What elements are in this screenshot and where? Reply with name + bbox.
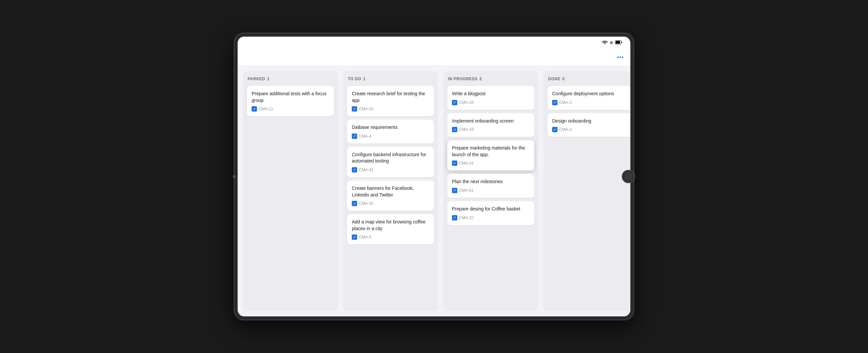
card-ticket-id: CMA-41	[359, 168, 373, 172]
card-checkbox-icon	[452, 160, 457, 166]
column-todo: TO DO1Create research brief for testing …	[343, 71, 438, 311]
card-id-row: CMA-31	[352, 201, 429, 206]
card-ticket-id: CMA-33	[459, 100, 474, 105]
column-count-parked: 1	[267, 77, 270, 81]
column-title-done: DONE	[548, 77, 560, 81]
card-card-cma-11[interactable]: Prepare additional tests with a focus gr…	[247, 86, 334, 116]
card-card-cma-4[interactable]: Datbase requirementsCMA-4	[347, 120, 434, 144]
column-title-todo: TO DO	[348, 77, 361, 81]
card-ticket-id: CMA-41	[459, 161, 474, 166]
battery-icon	[615, 40, 622, 45]
card-ticket-id: CMA-3	[559, 100, 571, 105]
status-bar: ⊕	[238, 37, 630, 49]
location-icon: ⊕	[610, 40, 613, 45]
card-title: Prepare desing for Coffee basket	[452, 206, 529, 212]
card-card-cma-41-marketing[interactable]: Prepare marketing materials for the laun…	[447, 140, 534, 171]
card-title: Prepare marketing materials for the laun…	[452, 145, 529, 158]
svg-rect-1	[616, 41, 620, 43]
card-checkbox-icon	[352, 167, 357, 173]
column-header-todo: TO DO1	[347, 75, 434, 83]
card-title: Design onboarding	[552, 118, 630, 124]
card-card-cma-3-design[interactable]: Design onboardingCMA-3	[548, 113, 630, 137]
card-checkbox-icon	[552, 127, 557, 132]
card-ticket-id: CMA-61	[459, 188, 474, 193]
card-checkbox-icon	[352, 106, 357, 112]
card-ticket-id: CMA-3	[559, 127, 571, 132]
card-checkbox-icon	[452, 100, 457, 105]
card-card-cma-22[interactable]: Prepare desing for Coffee basketCMA-22	[447, 201, 534, 225]
card-id-row: CMA-41	[352, 167, 429, 173]
card-ticket-id: CMA-31	[359, 201, 373, 206]
card-ticket-id: CMA-11	[258, 107, 273, 111]
card-checkbox-icon	[452, 215, 457, 220]
card-card-cma-41[interactable]: Configure backend infrastructure for aut…	[347, 147, 434, 177]
card-id-row: CMA-4	[352, 134, 429, 139]
card-id-row: CMA-15	[352, 106, 429, 112]
card-card-cma-61[interactable]: Plan the next milestonesCMA-61	[447, 174, 534, 198]
card-title: Implement onboarding screen	[452, 118, 529, 124]
column-header-in-progress: IN PROGRESS2	[447, 75, 534, 83]
column-done: DONE0Configure deployment optionsCMA-3De…	[544, 71, 630, 311]
card-checkbox-icon	[452, 127, 457, 132]
home-button[interactable]	[622, 170, 635, 183]
card-card-cma-33[interactable]: Write a blogpostCMA-33	[447, 86, 534, 110]
column-in-progress: IN PROGRESS2Write a blogpostCMA-33Implem…	[443, 71, 538, 311]
card-id-row: CMA-5	[352, 234, 429, 240]
card-checkbox-icon	[352, 201, 357, 206]
card-id-row: CMA-61	[452, 188, 529, 193]
card-id-row: CMA-41	[452, 160, 529, 166]
column-title-in-progress: IN PROGRESS	[448, 77, 477, 81]
wifi-icon	[602, 40, 608, 45]
card-title: Create research brief for testing the ap…	[352, 91, 429, 104]
card-checkbox-icon	[552, 100, 557, 105]
card-checkbox-icon	[452, 188, 457, 193]
card-title: Configure backend infrastructure for aut…	[352, 151, 429, 165]
card-id-row: CMA-3	[552, 100, 630, 105]
card-title: Add a map view for browsing coffee place…	[352, 219, 429, 232]
card-title: Datbase requirements	[352, 124, 429, 131]
card-ticket-id: CMA-22	[459, 215, 474, 220]
card-title: Create banners for Facebook, Linkedin an…	[352, 185, 429, 198]
card-title: Configure deployment options	[552, 91, 630, 97]
column-count-todo: 1	[363, 77, 366, 81]
card-id-row: CMA-18	[452, 127, 529, 132]
more-button[interactable]: •••	[617, 54, 624, 60]
card-id-row: CMA-11	[252, 106, 329, 112]
card-ticket-id: CMA-5	[359, 235, 371, 239]
card-card-cma-15[interactable]: Create research brief for testing the ap…	[347, 86, 434, 116]
card-title: Prepare additional tests with a focus gr…	[252, 91, 329, 104]
camera-bump	[233, 175, 236, 178]
board-container: PARKED1Prepare additional tests with a f…	[238, 66, 630, 316]
card-title: Plan the next milestones	[452, 178, 529, 185]
column-title-parked: PARKED	[248, 77, 265, 81]
ipad-screen: ⊕ ••• PARKED1	[238, 37, 630, 316]
column-count-in-progress: 2	[479, 77, 482, 81]
card-id-row: CMA-3	[552, 127, 630, 132]
card-ticket-id: CMA-4	[359, 134, 371, 139]
status-icons: ⊕	[602, 40, 622, 45]
column-count-done: 0	[562, 77, 565, 81]
card-checkbox-icon	[252, 106, 257, 112]
nav-actions: •••	[610, 54, 624, 60]
card-title: Write a blogpost	[452, 91, 529, 97]
card-checkbox-icon	[352, 134, 357, 139]
card-id-row: CMA-33	[452, 100, 529, 105]
column-header-done: DONE0	[548, 75, 630, 83]
card-card-cma-3-deploy[interactable]: Configure deployment optionsCMA-3	[548, 86, 630, 110]
card-card-cma-31[interactable]: Create banners for Facebook, Linkedin an…	[347, 180, 434, 211]
column-parked: PARKED1Prepare additional tests with a f…	[243, 71, 338, 311]
ipad-frame: ⊕ ••• PARKED1	[234, 33, 634, 320]
card-ticket-id: CMA-15	[359, 107, 373, 111]
card-card-cma-5[interactable]: Add a map view for browsing coffee place…	[347, 214, 434, 244]
nav-bar: •••	[238, 49, 630, 66]
card-ticket-id: CMA-18	[459, 127, 474, 132]
card-id-row: CMA-22	[452, 215, 529, 220]
card-checkbox-icon	[352, 234, 357, 240]
card-card-cma-18[interactable]: Implement onboarding screenCMA-18	[447, 113, 534, 137]
column-header-parked: PARKED1	[247, 75, 334, 83]
